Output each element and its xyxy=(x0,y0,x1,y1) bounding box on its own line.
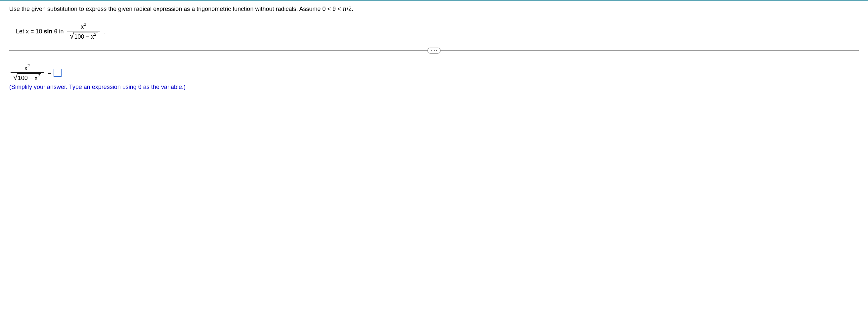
question-content: Use the given substitution to express th… xyxy=(0,1,868,95)
dots-icon xyxy=(434,50,435,51)
instruction-text: Use the given substitution to express th… xyxy=(9,6,859,12)
fraction-numerator: x2 xyxy=(78,23,89,31)
period: . xyxy=(103,28,105,35)
problem-statement: Let x = 10 sin θ in x2 √ 100 − x2 . xyxy=(16,23,859,40)
sin-bold: sin xyxy=(44,28,53,35)
answer-section: x2 √ 100 − x2 = (Simplify your answer. T… xyxy=(9,64,859,91)
sqrt-radicand: 100 − x2 xyxy=(73,32,97,40)
answer-numerator: x2 xyxy=(22,64,33,72)
answer-hint: (Simplify your answer. Type an expressio… xyxy=(9,84,859,91)
fraction-denominator: √ 100 − x2 xyxy=(67,31,100,40)
answer-fraction: x2 √ 100 − x2 xyxy=(10,64,44,82)
dots-icon xyxy=(436,50,437,51)
expand-collapse-button[interactable] xyxy=(427,47,441,54)
answer-denominator: √ 100 − x2 xyxy=(10,72,44,82)
equals-sign: = xyxy=(48,69,51,76)
sqrt-symbol: √ xyxy=(70,33,74,40)
sqrt-expression: √ 100 − x2 xyxy=(70,32,98,40)
dots-icon xyxy=(431,50,432,51)
answer-input[interactable] xyxy=(54,69,62,77)
sqrt-symbol: √ xyxy=(13,74,18,81)
problem-prefix: Let x = 10 sin θ in xyxy=(16,28,64,35)
answer-sqrt: √ 100 − x2 xyxy=(13,73,41,82)
expression-fraction: x2 √ 100 − x2 xyxy=(67,23,100,40)
answer-radicand: 100 − x2 xyxy=(17,73,41,82)
section-divider xyxy=(9,50,859,51)
answer-equation-row: x2 √ 100 − x2 = xyxy=(9,64,859,82)
